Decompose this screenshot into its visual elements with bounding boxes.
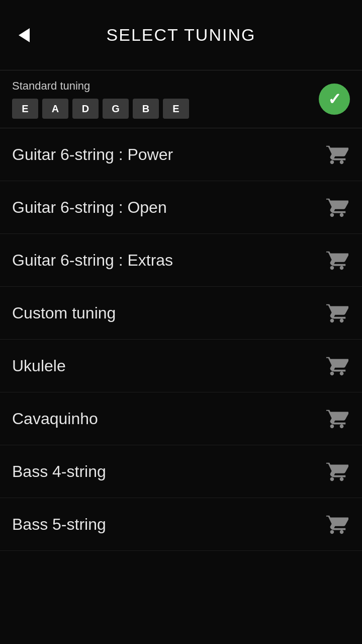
tuning-item-custom[interactable]: Custom tuning (0, 287, 362, 340)
tuning-notes: E A D G B E (12, 99, 319, 119)
note-badge-e1: E (12, 99, 38, 119)
item-label-cavaquinho: Cavaquinho (12, 410, 324, 428)
tuning-item-bass4[interactable]: Bass 4-string (0, 445, 362, 498)
tuning-item-open[interactable]: Guitar 6-string : Open (0, 181, 362, 234)
item-label-power: Guitar 6-string : Power (12, 145, 324, 164)
note-badge-g: G (103, 99, 129, 119)
cart-icon-bass4[interactable] (324, 458, 350, 485)
note-badge-e2: E (163, 99, 189, 119)
cart-icon-extras[interactable] (324, 247, 350, 273)
tuning-item-ukulele[interactable]: Ukulele (0, 340, 362, 392)
back-arrow-icon (19, 28, 30, 42)
item-label-open: Guitar 6-string : Open (12, 198, 324, 217)
standard-tuning-label: Standard tuning (12, 79, 319, 93)
tuning-list: Guitar 6-string : Power Guitar 6-string … (0, 128, 362, 551)
item-label-custom: Custom tuning (12, 304, 324, 323)
item-label-bass5: Bass 5-string (12, 515, 324, 534)
item-label-bass4: Bass 4-string (12, 462, 324, 481)
header: SELECT TUNING (0, 0, 362, 70)
tuning-item-bass5[interactable]: Bass 5-string (0, 498, 362, 551)
page-title: SELECT TUNING (36, 25, 326, 45)
cart-icon-bass5[interactable] (324, 511, 350, 537)
standard-tuning-content: Standard tuning E A D G B E (12, 79, 319, 119)
cart-icon-open[interactable] (324, 194, 350, 220)
note-badge-a: A (42, 99, 68, 119)
item-label-extras: Guitar 6-string : Extras (12, 251, 324, 270)
cart-icon-custom[interactable] (324, 300, 350, 326)
tuning-item-extras[interactable]: Guitar 6-string : Extras (0, 234, 362, 287)
cart-icon-power[interactable] (324, 141, 350, 168)
back-button[interactable] (12, 23, 36, 47)
cart-icon-ukulele[interactable] (324, 353, 350, 379)
item-label-ukulele: Ukulele (12, 357, 324, 375)
tuning-item-power[interactable]: Guitar 6-string : Power (0, 128, 362, 181)
cart-icon-cavaquinho[interactable] (324, 406, 350, 432)
standard-tuning-row[interactable]: Standard tuning E A D G B E (0, 70, 362, 128)
selected-checkmark (319, 84, 350, 115)
tuning-item-cavaquinho[interactable]: Cavaquinho (0, 392, 362, 445)
note-badge-d: D (72, 99, 99, 119)
note-badge-b: B (133, 99, 159, 119)
